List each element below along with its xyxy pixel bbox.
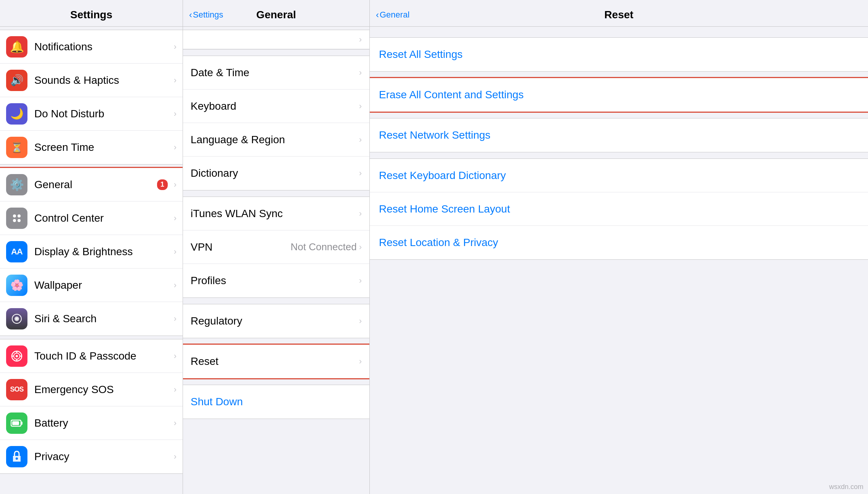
shutdown-label: Shut Down xyxy=(191,396,243,408)
general-row-keyboard[interactable]: Keyboard › xyxy=(183,90,369,123)
settings-title: Settings xyxy=(70,9,112,21)
settings-header: Settings xyxy=(0,0,183,27)
reset-group-4: Reset Keyboard Dictionary Reset Home Scr… xyxy=(370,158,868,260)
reset-all-settings-label: Reset All Settings xyxy=(379,48,462,61)
profiles-label: Profiles xyxy=(191,275,359,287)
reset-row-keyboard-dict[interactable]: Reset Keyboard Dictionary xyxy=(370,159,868,192)
general-list: › Date & Time › Keyboard › Language & Re… xyxy=(183,27,369,494)
settings-row-display[interactable]: AA Display & Brightness › xyxy=(0,235,183,269)
general-spacer-1 xyxy=(183,53,369,56)
display-icon: AA xyxy=(6,241,27,262)
reset-spacer-5 xyxy=(370,263,868,274)
general-row-reset[interactable]: Reset › xyxy=(183,345,369,378)
watermark: wsxdn.com xyxy=(829,483,863,491)
settings-row-wallpaper[interactable]: 🌸 Wallpaper › xyxy=(0,269,183,302)
general-row-shutdown[interactable]: Shut Down xyxy=(183,385,369,419)
settings-group-3: Touch ID & Passcode › SOS Emergency SOS … xyxy=(0,339,183,474)
settings-row-siri[interactable]: Siri & Search › xyxy=(0,302,183,336)
general-label: General xyxy=(34,179,157,191)
privacy-icon xyxy=(6,446,27,467)
reset-row-home-screen[interactable]: Reset Home Screen Layout xyxy=(370,192,868,226)
reset-spacer-2 xyxy=(370,75,868,78)
settings-row-battery[interactable]: Battery › xyxy=(0,406,183,440)
svg-point-3 xyxy=(18,219,21,222)
regulatory-label: Regulatory xyxy=(191,315,359,327)
general-row-datetime[interactable]: Date & Time › xyxy=(183,56,369,90)
reset-row-network[interactable]: Reset Network Settings xyxy=(370,118,868,152)
donotdisturb-label: Do Not Disturb xyxy=(34,108,172,120)
battery-chevron: › xyxy=(174,418,176,428)
reset-location-label: Reset Location & Privacy xyxy=(379,237,498,249)
reset-row-location[interactable]: Reset Location & Privacy xyxy=(370,226,868,259)
datetime-chevron: › xyxy=(359,68,362,78)
reset-back-label: General xyxy=(380,10,409,20)
settings-group-1: 🔔 Notifications › 🔊 Sounds & Haptics › 🌙… xyxy=(0,30,183,165)
general-group-4: Reset › xyxy=(183,344,369,379)
general-row-dictionary[interactable]: Dictionary › xyxy=(183,157,369,190)
settings-row-privacy[interactable]: Privacy › xyxy=(0,440,183,473)
reset-back-button[interactable]: ‹ General xyxy=(376,10,409,20)
svg-point-2 xyxy=(13,219,16,222)
general-back-label: Settings xyxy=(193,10,223,20)
screentime-chevron: › xyxy=(174,142,176,152)
svg-point-1 xyxy=(18,214,21,217)
battery-icon xyxy=(6,412,27,434)
siri-label: Siri & Search xyxy=(34,313,172,325)
general-spacer-2 xyxy=(183,193,369,197)
settings-row-general[interactable]: ⚙️ General 1 › xyxy=(0,168,183,201)
svg-point-6 xyxy=(16,318,18,320)
notifications-icon: 🔔 xyxy=(6,36,27,58)
touchid-label: Touch ID & Passcode xyxy=(34,350,172,362)
reset-home-label: Reset Home Screen Layout xyxy=(379,203,510,215)
itunes-label: iTunes WLAN Sync xyxy=(191,208,359,220)
general-chevron: › xyxy=(174,180,176,190)
settings-row-emergencysos[interactable]: SOS Emergency SOS › xyxy=(0,373,183,406)
wallpaper-chevron: › xyxy=(174,280,176,290)
reset-keyboard-label: Reset Keyboard Dictionary xyxy=(379,169,506,182)
dictionary-chevron: › xyxy=(359,168,362,178)
general-row-vpn[interactable]: VPN Not Connected › xyxy=(183,230,369,264)
reset-group-3: Reset Network Settings xyxy=(370,118,868,152)
general-badge: 1 xyxy=(157,179,168,190)
general-spacer-4 xyxy=(183,341,369,344)
settings-row-notifications[interactable]: 🔔 Notifications › xyxy=(0,30,183,64)
general-title: General xyxy=(256,9,296,21)
settings-row-donotdisturb[interactable]: 🌙 Do Not Disturb › xyxy=(0,97,183,131)
erase-all-label: Erase All Content and Settings xyxy=(379,89,524,101)
general-back-button[interactable]: ‹ Settings xyxy=(189,10,223,20)
general-row-itunes[interactable]: iTunes WLAN Sync › xyxy=(183,197,369,230)
touchid-chevron: › xyxy=(174,351,176,361)
controlcenter-icon xyxy=(6,208,27,229)
reset-spacer-3 xyxy=(370,115,868,118)
emergencysos-icon: SOS xyxy=(6,379,27,400)
general-header: ‹ Settings General xyxy=(183,0,369,27)
general-row-language[interactable]: Language & Region › xyxy=(183,123,369,157)
settings-row-screentime[interactable]: ⏳ Screen Time › xyxy=(0,131,183,164)
reset-spacer-1 xyxy=(370,30,868,37)
general-row-regulatory[interactable]: Regulatory › xyxy=(183,304,369,338)
reset-chevron: › xyxy=(359,357,362,366)
keyboard-label: Keyboard xyxy=(191,100,359,112)
datetime-label: Date & Time xyxy=(191,67,359,79)
sounds-icon: 🔊 xyxy=(6,70,27,91)
general-row-profiles[interactable]: Profiles › xyxy=(183,264,369,297)
general-spacer-3 xyxy=(183,301,369,304)
controlcenter-chevron: › xyxy=(174,213,176,223)
settings-row-sounds[interactable]: 🔊 Sounds & Haptics › xyxy=(0,64,183,97)
siri-icon xyxy=(6,308,27,329)
screentime-icon: ⏳ xyxy=(6,137,27,158)
emergencysos-label: Emergency SOS xyxy=(34,384,172,396)
reset-label: Reset xyxy=(191,355,359,368)
general-column: ‹ Settings General › Date & Time › Keybo… xyxy=(183,0,370,494)
donotdisturb-chevron: › xyxy=(174,109,176,119)
wallpaper-icon: 🌸 xyxy=(6,275,27,296)
display-label: Display & Brightness xyxy=(34,246,172,258)
battery-label: Battery xyxy=(34,417,172,429)
vpn-chevron: › xyxy=(359,242,362,252)
reset-row-erase-all[interactable]: Erase All Content and Settings xyxy=(370,78,868,112)
settings-column: Settings 🔔 Notifications › 🔊 Sounds & Ha… xyxy=(0,0,183,494)
settings-row-controlcenter[interactable]: Control Center › xyxy=(0,201,183,235)
reset-row-all-settings[interactable]: Reset All Settings xyxy=(370,38,868,71)
settings-row-touchid[interactable]: Touch ID & Passcode › xyxy=(0,339,183,373)
settings-group-2: ⚙️ General 1 › Control Center › xyxy=(0,168,183,336)
